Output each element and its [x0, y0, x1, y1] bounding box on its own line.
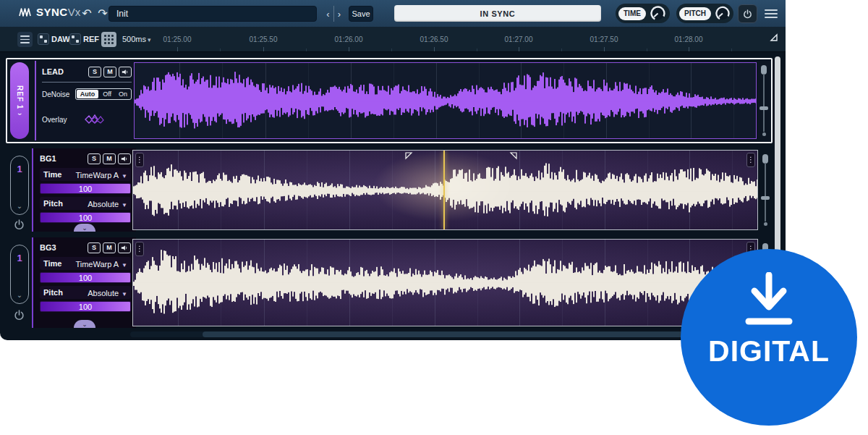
solo-button[interactable]: S: [88, 153, 101, 164]
sync-status-display[interactable]: IN SYNC: [394, 5, 601, 22]
speaker-button[interactable]: [118, 242, 131, 253]
previous-preset-button[interactable]: ‹: [323, 6, 333, 22]
pitch-macro-knob[interactable]: [715, 5, 731, 22]
ruler-tick-label: 01:27.50: [590, 35, 618, 43]
bg1-rail-number: 1: [17, 164, 22, 174]
time-label: Time: [43, 259, 61, 268]
pitch-macro-control: PITCH: [676, 4, 733, 23]
time-macro-control: TIME: [616, 4, 670, 23]
denoise-segmented-control: Auto Off On: [75, 88, 132, 100]
pitch-amount-value: 100: [79, 303, 92, 311]
chevron-down-icon: ▼: [122, 173, 127, 180]
zoom-resolution-select[interactable]: 500ms▾: [122, 35, 151, 43]
bg1-rail-chevron-icon: ⌄: [17, 202, 22, 210]
solo-button[interactable]: S: [88, 67, 101, 77]
marker-flag-icon[interactable]: [770, 33, 778, 42]
bg1-track-name: BG1: [40, 154, 56, 163]
bg1-expand-tab[interactable]: ⌄: [74, 224, 95, 232]
time-macro-button[interactable]: TIME: [618, 7, 646, 20]
mute-button[interactable]: M: [103, 242, 116, 253]
plugin-power-button[interactable]: [738, 4, 757, 23]
ref-toggle-label[interactable]: REF: [83, 35, 99, 43]
pitch-mode-value: Absolute: [88, 200, 119, 208]
badge-label: DIGITAL: [708, 334, 830, 368]
waves-logo-icon: [19, 7, 32, 18]
ruler-tick-label: 01:27.00: [505, 35, 533, 43]
download-arrow-icon: [743, 272, 795, 330]
mute-button[interactable]: M: [103, 67, 116, 77]
mute-button[interactable]: M: [103, 153, 116, 164]
bg3-expand-tab[interactable]: ⌄: [74, 320, 95, 328]
time-label: Time: [43, 170, 61, 179]
daw-toggle-label[interactable]: DAW: [51, 35, 70, 43]
playhead-cursor[interactable]: [443, 151, 445, 229]
save-button[interactable]: Save: [349, 6, 373, 22]
bg3-track-header: BG3 S M Time TimeWarp A▼: [32, 237, 136, 328]
ref1-track-header: LEAD S M DeNoise: [35, 61, 136, 140]
undo-icon[interactable]: ↶: [78, 4, 95, 22]
time-macro-knob[interactable]: [650, 5, 666, 22]
power-icon: [743, 9, 752, 19]
overlay-waveform-icon[interactable]: [80, 113, 110, 126]
bg3-time-mode-dropdown[interactable]: Time TimeWarp A▼: [40, 257, 131, 270]
bg1-pitch-amount-slider[interactable]: 100: [40, 212, 131, 223]
bg1-rail-pill[interactable]: 1 ⌄: [10, 156, 29, 215]
solo-button[interactable]: S: [88, 242, 101, 253]
ref-sync-icon[interactable]: [69, 33, 81, 45]
track-list-icon[interactable]: [17, 32, 33, 47]
divider: [42, 82, 132, 83]
preset-navigation: ‹ ›: [323, 6, 344, 22]
zoom-resolution-value: 500ms: [122, 35, 146, 43]
bg1-time-mode-dropdown[interactable]: Time TimeWarp A▼: [40, 168, 131, 181]
bg1-gain-fader[interactable]: [760, 153, 771, 227]
pitch-label: Pitch: [43, 288, 63, 297]
sync-region-start-flag-icon[interactable]: [405, 152, 413, 160]
denoise-option-off[interactable]: Off: [99, 89, 115, 99]
sync-region-end-flag-icon[interactable]: [509, 152, 517, 160]
bg3-waveform-area[interactable]: ⋮ ⋮: [132, 239, 758, 326]
denoise-option-auto[interactable]: Auto: [77, 90, 99, 98]
ref1-track-name: LEAD: [42, 67, 64, 76]
screenshot-stage: SYNCVx ↶ ↷ Init ‹ › Save IN SYNC TIME PI…: [0, 0, 868, 435]
bg3-rail-pill[interactable]: 1 ⌄: [10, 245, 29, 304]
chevron-down-icon: ▼: [122, 291, 127, 297]
bg3-time-amount-slider[interactable]: 100: [40, 272, 131, 283]
ref1-waveform: [135, 63, 757, 139]
digital-download-badge: DIGITAL: [681, 249, 857, 426]
bg3-pitch-amount-slider[interactable]: 100: [40, 301, 131, 312]
hamburger-menu-icon[interactable]: [765, 9, 778, 18]
bg1-waveform: [133, 151, 758, 230]
bg1-waveform-area[interactable]: ⋮ ⋮: [132, 150, 758, 230]
next-preset-button[interactable]: ›: [333, 6, 344, 22]
ref1-rail-pill[interactable]: REF 1 ›: [10, 62, 29, 139]
grid-view-button[interactable]: [101, 32, 116, 47]
clip-drag-handle-icon[interactable]: ⋮: [746, 153, 755, 167]
preset-name-field[interactable]: Init: [109, 6, 317, 22]
chevron-down-icon: ▼: [122, 202, 127, 208]
bg3-track-name: BG3: [40, 243, 56, 252]
chevron-down-icon: ▾: [148, 36, 151, 43]
clip-drag-handle-icon[interactable]: ⋮: [135, 153, 144, 167]
ref1-waveform-area[interactable]: [134, 62, 757, 139]
timeline-ruler: DAW REF 500ms▾ 01:25.0001:25.5001:26.000…: [0, 27, 786, 52]
time-mode-value: TimeWarp A: [75, 260, 119, 269]
speaker-icon: [121, 245, 128, 251]
brand-name: SYNC: [36, 6, 68, 18]
bg3-pitch-mode-dropdown[interactable]: Pitch Absolute▼: [40, 286, 131, 299]
bg1-pitch-mode-dropdown[interactable]: Pitch Absolute▼: [40, 197, 131, 210]
speaker-button[interactable]: [118, 153, 131, 164]
pitch-amount-value: 100: [79, 214, 92, 222]
ruler-tick-label: 01:26.00: [335, 35, 363, 43]
speaker-icon: [121, 156, 128, 162]
denoise-option-on[interactable]: On: [115, 89, 131, 99]
clip-drag-handle-icon[interactable]: ⋮: [135, 242, 144, 256]
daw-sync-icon[interactable]: [38, 33, 49, 45]
bg3-rail-chevron-icon: ⌄: [17, 291, 22, 299]
bg1-time-amount-slider[interactable]: 100: [40, 183, 131, 194]
bg1-power-icon[interactable]: [14, 219, 25, 230]
speaker-button[interactable]: [119, 67, 132, 77]
bg3-power-icon[interactable]: [14, 310, 25, 321]
ref1-gain-fader[interactable]: [758, 64, 770, 138]
pitch-macro-button[interactable]: PITCH: [679, 7, 711, 20]
ruler-tick-label: 01:26.50: [420, 35, 448, 43]
